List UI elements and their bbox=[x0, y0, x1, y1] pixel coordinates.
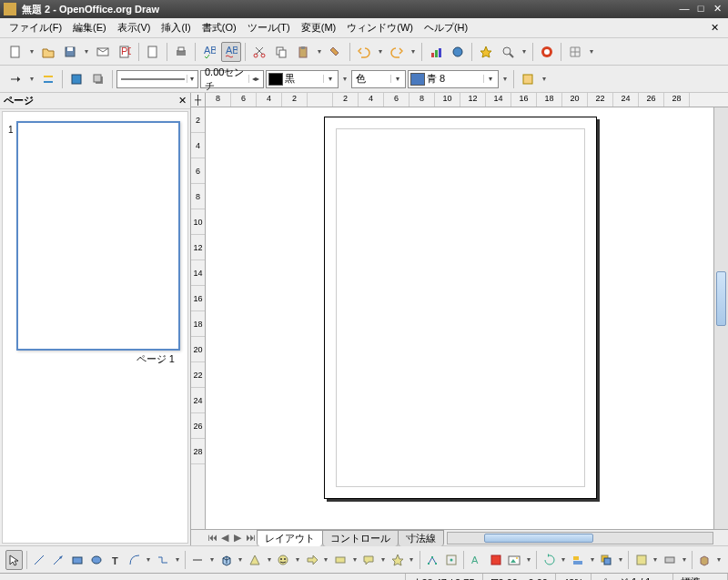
tab-first-icon[interactable]: ⏮ bbox=[206, 532, 218, 544]
3d-tool[interactable] bbox=[217, 550, 235, 570]
status-mode[interactable]: 標準 bbox=[673, 574, 728, 580]
align-dropdown[interactable]: ▾ bbox=[589, 555, 596, 564]
page-surface[interactable] bbox=[324, 117, 597, 499]
stars-dropdown[interactable]: ▾ bbox=[408, 555, 415, 564]
curve-dropdown[interactable]: ▾ bbox=[145, 555, 152, 564]
maximize-button[interactable]: □ bbox=[693, 3, 708, 15]
select-tool[interactable] bbox=[5, 550, 23, 570]
block-arrows-tool[interactable] bbox=[303, 550, 320, 570]
vertical-ruler[interactable]: 246810121416182022242628 bbox=[191, 107, 206, 529]
menu-help[interactable]: ヘルプ(H) bbox=[419, 19, 473, 36]
points-tool[interactable] bbox=[424, 550, 441, 570]
zoom-button[interactable] bbox=[498, 42, 518, 62]
chevron-down-icon[interactable]: ▾ bbox=[323, 75, 336, 83]
fill-style-button[interactable] bbox=[66, 69, 86, 89]
fill-color-combo[interactable]: 青 8 ▾ bbox=[408, 70, 499, 88]
panel-close-icon[interactable]: ✕ bbox=[178, 95, 187, 107]
lines-arrows-tool[interactable] bbox=[189, 550, 207, 570]
chart-button[interactable] bbox=[426, 42, 446, 62]
cut-button[interactable] bbox=[249, 42, 269, 62]
lines-dropdown[interactable]: ▾ bbox=[208, 555, 216, 564]
pdf-export-button[interactable]: PDF bbox=[115, 42, 135, 62]
gluepoints-tool[interactable] bbox=[442, 550, 460, 570]
menu-view[interactable]: 表示(V) bbox=[112, 19, 157, 36]
line-width-combo[interactable]: 0.00センチ ◂▸ bbox=[200, 70, 264, 88]
horizontal-ruler[interactable]: 8642246810121416182022242628 bbox=[206, 93, 713, 107]
connector-tool[interactable] bbox=[155, 550, 172, 570]
zoom-dropdown[interactable]: ▾ bbox=[520, 47, 529, 56]
gallery-tool[interactable] bbox=[506, 550, 523, 570]
tab-last-icon[interactable]: ⏭ bbox=[244, 532, 257, 544]
styles-button[interactable] bbox=[518, 69, 538, 89]
callouts-tool[interactable] bbox=[360, 550, 378, 570]
redo-dropdown[interactable]: ▾ bbox=[409, 47, 418, 56]
menu-insert[interactable]: 挿入(I) bbox=[156, 19, 196, 36]
undo-button[interactable] bbox=[354, 42, 374, 62]
insert-dropdown[interactable]: ▾ bbox=[652, 555, 659, 564]
undo-dropdown[interactable]: ▾ bbox=[376, 47, 385, 56]
hyperlink-button[interactable] bbox=[448, 42, 468, 62]
stars-tool[interactable] bbox=[389, 550, 406, 570]
fill-color-picker-dropdown[interactable]: ▾ bbox=[500, 75, 510, 83]
menu-edit[interactable]: 編集(E) bbox=[67, 19, 112, 36]
autospellcheck-button[interactable]: ABC bbox=[221, 42, 241, 62]
horizontal-scrollbar[interactable] bbox=[447, 532, 713, 544]
spinner-icon[interactable]: ◂▸ bbox=[248, 75, 261, 83]
arrow-style-dropdown[interactable]: ▾ bbox=[27, 75, 36, 83]
paste-button[interactable] bbox=[293, 42, 313, 62]
connector-dropdown[interactable]: ▾ bbox=[174, 555, 181, 564]
paste-dropdown[interactable]: ▾ bbox=[315, 47, 324, 56]
flowchart-tool[interactable] bbox=[332, 550, 349, 570]
rectangle-tool[interactable] bbox=[69, 550, 86, 570]
tab-controls[interactable]: コントロール bbox=[322, 530, 399, 546]
save-button[interactable] bbox=[60, 42, 80, 62]
line-style-button[interactable] bbox=[38, 69, 58, 89]
menu-window[interactable]: ウィンドウ(W) bbox=[341, 19, 419, 36]
edit-file-button[interactable] bbox=[143, 42, 163, 62]
3d-dropdown[interactable]: ▾ bbox=[237, 555, 244, 564]
redo-button[interactable] bbox=[387, 42, 407, 62]
rotate-dropdown[interactable]: ▾ bbox=[560, 555, 567, 564]
arrow-tool[interactable] bbox=[50, 550, 67, 570]
new-dropdown[interactable]: ▾ bbox=[27, 47, 36, 56]
tab-dimensions[interactable]: 寸法線 bbox=[398, 530, 444, 546]
page-thumbnail[interactable] bbox=[16, 121, 180, 351]
menubar-close-icon[interactable]: ✕ bbox=[705, 22, 724, 34]
fill-type-combo[interactable]: 色 ▾ bbox=[351, 70, 406, 88]
rotate-tool[interactable] bbox=[541, 550, 558, 570]
gallery-dropdown[interactable]: ▾ bbox=[525, 555, 532, 564]
chevron-down-icon[interactable]: ▾ bbox=[483, 75, 496, 83]
text-tool[interactable]: T bbox=[106, 550, 124, 570]
align-tool[interactable] bbox=[570, 550, 587, 570]
callouts-dropdown[interactable]: ▾ bbox=[379, 555, 387, 564]
line-style-combo[interactable]: ▾ bbox=[116, 70, 198, 88]
line-color-combo[interactable]: 黒 ▾ bbox=[266, 70, 339, 88]
help-button[interactable] bbox=[537, 42, 557, 62]
flowchart-dropdown[interactable]: ▾ bbox=[351, 555, 359, 564]
from-file-tool[interactable] bbox=[487, 550, 504, 570]
new-button[interactable] bbox=[5, 42, 25, 62]
insert-button[interactable] bbox=[632, 550, 650, 570]
tab-layout[interactable]: レイアウト bbox=[257, 530, 323, 546]
print-button[interactable] bbox=[171, 42, 191, 62]
toolbar-overflow[interactable]: ▾ bbox=[715, 555, 723, 564]
extrusion-tool[interactable] bbox=[696, 550, 713, 570]
status-zoom[interactable]: 43% bbox=[556, 574, 592, 580]
arrange-dropdown[interactable]: ▾ bbox=[617, 555, 624, 564]
menu-file[interactable]: ファイル(F) bbox=[4, 19, 67, 36]
menu-tools[interactable]: ツール(T) bbox=[242, 19, 296, 36]
open-button[interactable] bbox=[38, 42, 58, 62]
close-button[interactable]: ✕ bbox=[710, 3, 724, 15]
minimize-button[interactable]: — bbox=[677, 3, 692, 15]
arrow-style-button[interactable] bbox=[5, 69, 25, 89]
scroll-thumb[interactable] bbox=[484, 534, 593, 543]
scroll-thumb[interactable] bbox=[716, 271, 726, 326]
vertical-scrollbar[interactable] bbox=[713, 107, 728, 529]
line-tool[interactable] bbox=[31, 550, 48, 570]
grid-button[interactable] bbox=[565, 42, 585, 62]
arrange-tool[interactable] bbox=[598, 550, 615, 570]
toolbar-overflow[interactable]: ▾ bbox=[587, 47, 596, 56]
symbol-dropdown[interactable]: ▾ bbox=[294, 555, 301, 564]
basic-shapes-dropdown[interactable]: ▾ bbox=[265, 555, 272, 564]
chevron-down-icon[interactable]: ▾ bbox=[187, 75, 196, 83]
